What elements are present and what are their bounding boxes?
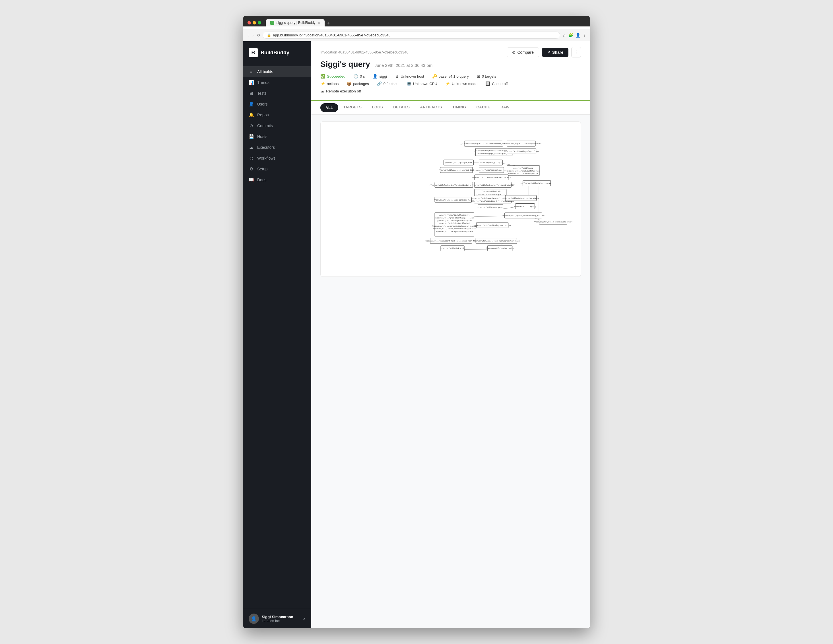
tab-artifacts[interactable]: ARTIFACTS [415,101,447,114]
fetches-icon: 🔗 [377,81,382,86]
graph-container: //server/util/capabilities:capabilities_… [320,122,581,277]
traffic-light-close[interactable] [248,21,251,24]
tab-targets[interactable]: TARGETS [338,101,367,114]
trends-icon: 📊 [249,80,254,85]
menu-button[interactable]: ⋮ [583,33,587,37]
nav-arrows: ‹ › [246,32,255,38]
tab-favicon [270,21,274,25]
tab-logs[interactable]: LOGS [367,101,388,114]
sidebar-item-trends[interactable]: 📊 Trends [243,77,311,88]
meta-actions: ⚡ actions [320,80,339,87]
compare-button[interactable]: ⊙ Compare [507,48,539,57]
meta-user-text: siggi [379,74,387,79]
svg-text://server/util/base:base_binari: //server/util/base:base_binaries_test [434,199,473,201]
sidebar-item-users[interactable]: 👤 Users [243,99,311,109]
svg-text://server/util/perms:perms: //server/util/perms:perms [478,206,503,209]
tab-title: siggi's query | BuildBuddy [277,21,315,25]
tab-details[interactable]: DETAILS [388,101,415,114]
tests-icon: ⊞ [249,91,254,96]
browser-chrome: siggi's query | BuildBuddy ✕ + [243,16,590,26]
sidebar-user[interactable]: 👤 Siggi Simonarson Iteration Inc ∧ [243,609,311,628]
sidebar-item-commits[interactable]: ⊙ Commits [243,120,311,131]
sidebar-item-workflows[interactable]: ◎ Workflows [243,153,311,164]
user-icon: 👤 [373,74,378,79]
tab-close-button[interactable]: ✕ [318,21,320,24]
profile-button[interactable]: 👤 [576,33,581,37]
refresh-button[interactable]: ↻ [257,33,260,37]
forward-button[interactable]: › [251,32,255,38]
user-org: Iteration Inc [262,619,300,623]
header-actions: ⊙ Compare ↗ Share ⋮ [507,47,581,58]
browser-window: siggi's query | BuildBuddy ✕ + ‹ › ↻ 🔒 a… [243,16,590,628]
user-avatar: 👤 [249,613,259,624]
sidebar-label-all-builds: All builds [257,69,273,74]
build-meta: ✅ Succeeded 🕐 0 s 👤 siggi 🖥 [320,73,581,95]
traffic-light-fullscreen[interactable] [258,21,261,24]
svg-text://server/util/query_builder:qu: //server/util/query_builder:query_builde… [502,215,545,217]
tab-cache[interactable]: CACHE [471,101,495,114]
browser-controls: siggi's query | BuildBuddy ✕ + [248,19,585,26]
back-button[interactable]: ‹ [246,32,250,38]
sidebar-label-tests: Tests [257,91,267,96]
tab-raw[interactable]: RAW [495,101,515,114]
invocation-label: Invocation [320,50,337,54]
user-chevron-icon: ∧ [303,617,306,621]
meta-host: 🖥 Unknown host [395,73,424,80]
tab-timing[interactable]: TIMING [447,101,471,114]
sidebar-item-executors[interactable]: ☁ Executors [243,142,311,153]
svg-text://server/util/log:log: //server/util/log:log [514,206,536,208]
sidebar-item-setup[interactable]: ⚙ Setup [243,164,311,174]
svg-text://server/util/statuscitation:s: //server/util/statuscitation:status [502,197,539,199]
tab-all[interactable]: ALL [320,103,338,112]
meta-duration: 🕐 0 s [353,73,365,80]
traffic-light-minimize[interactable] [252,21,256,24]
meta-packages: 📦 packages [347,80,369,87]
meta-row-1: ✅ Succeeded 🕐 0 s 👤 siggi 🖥 [320,73,581,80]
sidebar-label-executors: Executors [257,145,275,149]
main-content: Invocation 40a50401-6961-4555-85e7-c3ebe… [311,41,590,628]
extensions-button[interactable]: 🧩 [568,33,573,37]
sidebar-item-repos[interactable]: 🔔 Repos [243,109,311,120]
packages-icon: 📦 [347,81,351,86]
svg-text://server/util/profile:profile: //server/util/profile:profile [508,172,539,175]
address-bar[interactable]: 🔒 app.buildbuddy.io/invocation/40a50401-… [262,32,560,39]
sidebar-label-hosts: Hosts [257,134,267,139]
build-date: June 29th, 2021 at 2:36:43 pm [375,63,433,68]
svg-text://server/util/status:status: //server/util/status:status [523,182,551,184]
sidebar-item-docs[interactable]: 📖 Docs [243,174,311,185]
sidebar-label-docs: Docs [257,178,266,182]
new-tab-button[interactable]: + [325,21,332,26]
svg-text://server/util/lockingbuffer:lo: //server/util/lockingbuffer:lockingbuffe… [429,184,478,186]
logo-icon: B [249,48,258,57]
meta-duration-text: 0 s [360,74,365,79]
user-info: Siggi Simonarson Iteration Inc [262,615,300,623]
sidebar-item-all-builds[interactable]: ≡ All builds [243,66,311,77]
more-icon: ⋮ [574,50,578,55]
active-tab[interactable]: siggi's query | BuildBuddy ✕ [266,19,325,26]
svg-text://server/util/testing/flags:fl: //server/util/testing/flags:flags [504,150,539,153]
all-builds-icon: ≡ [249,69,254,74]
svg-text://server/util/peerset:peerset_: //server/util/peerset:peerset_test [439,169,474,171]
meta-remote-exec-text: Remote execution off [326,89,361,93]
svg-text://server/util/blocked:blocked: //server/util/blocked:blocked [439,222,470,224]
sidebar-item-tests[interactable]: ⊞ Tests [243,88,311,99]
meta-bazel: 🔑 bazel v4.1.0 query [432,73,469,80]
workflows-icon: ◎ [249,156,254,161]
share-button[interactable]: ↗ Share [542,48,568,57]
svg-text://server/util/consistent_hash:: //server/util/consistent_hash:consistent… [473,240,520,242]
build-title-row: Siggi's query June 29th, 2021 at 2:36:43… [320,60,581,69]
host-icon: 🖥 [395,74,399,79]
sidebar-item-hosts[interactable]: 💾 Hosts [243,131,311,142]
build-title: Siggi's query [320,60,370,69]
svg-text://server/util/peerset:peerset: //server/util/peerset:peerset [476,169,507,171]
svg-text://server/util/ru:ru: //server/util/ru:ru [513,167,533,169]
meta-cpu-text: Unknown CPU [413,82,437,86]
svg-text://server/util/healthcheck:heal: //server/util/healthcheck:healthcheck [472,177,511,178]
user-name: Siggi Simonarson [262,615,300,619]
setup-icon: ⚙ [249,166,254,172]
svg-text://server/util/build_event:buil: //server/util/build_event:build_event [534,221,572,223]
meta-user: 👤 siggi [373,73,387,80]
address-text: app.buildbuddy.io/invocation/40a50401-69… [273,33,390,37]
bookmark-button[interactable]: ☆ [563,33,566,37]
more-button[interactable]: ⋮ [571,47,581,58]
